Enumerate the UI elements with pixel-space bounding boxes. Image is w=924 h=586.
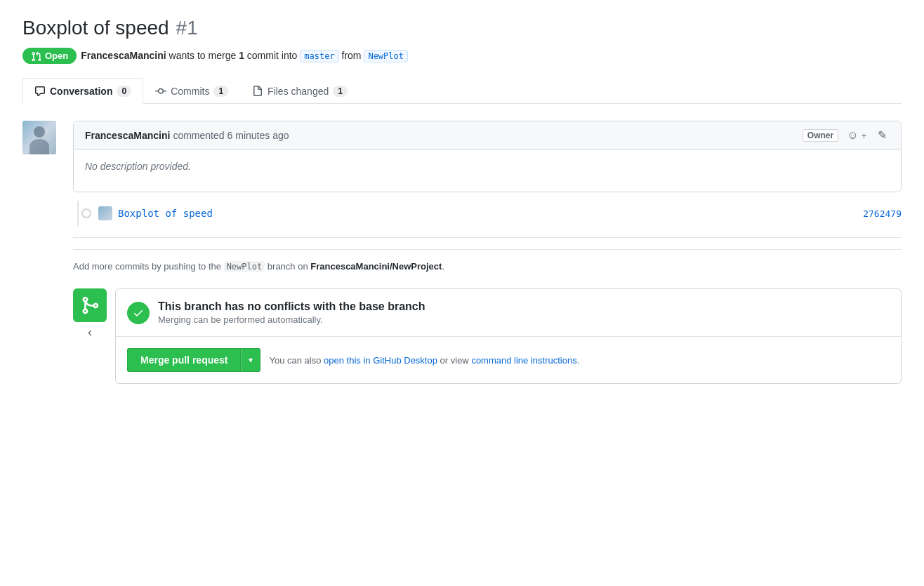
comment-header-left: FrancescaMancini commented 6 minutes ago <box>85 130 289 141</box>
commits-icon <box>155 86 166 97</box>
push-notice-repo[interactable]: FrancescaMancini/NewProject <box>310 261 442 272</box>
merge-status-title: This branch has no conflicts with the ba… <box>158 300 890 313</box>
commit-row: Boxplot of speed 2762479 <box>81 201 902 226</box>
plus-icon: + <box>862 131 866 141</box>
github-desktop-link[interactable]: open this in GitHub Desktop <box>324 355 437 366</box>
merge-status-text: This branch has no conflicts with the ba… <box>158 300 890 325</box>
merge-icon-box <box>73 288 107 322</box>
merge-icon <box>80 295 100 315</box>
push-notice-middle: branch on <box>268 261 310 272</box>
tabs-container: Conversation 0 Commits 1 Files changed 1 <box>22 78 902 104</box>
files-changed-icon <box>252 86 263 97</box>
commit-mini-avatar <box>98 206 112 220</box>
add-reaction-button[interactable]: ☺ + <box>844 128 869 143</box>
pr-open-icon <box>31 51 41 61</box>
from-text: from <box>342 50 364 61</box>
comment-box: FrancescaMancini commented 6 minutes ago… <box>73 121 902 192</box>
timeline-container: Boxplot of speed 2762479 <box>73 201 902 226</box>
avatar <box>22 121 56 154</box>
main-right: FrancescaMancini commented 6 minutes ago… <box>73 121 902 384</box>
merge-status-sub: Merging can be performed automatically. <box>158 314 890 325</box>
pr-title: Boxplot of speed <box>22 17 169 39</box>
comment-header: FrancescaMancini commented 6 minutes ago… <box>74 121 901 149</box>
merge-actions-row: Merge pull request ▾ You can also open t… <box>116 337 901 383</box>
push-notice-prefix: Add more commits by pushing to the <box>73 261 221 272</box>
merge-extra-suffix: . <box>577 355 580 366</box>
divider <box>73 237 902 238</box>
merge-section: ‹ This branch has no conflicts with the … <box>73 288 902 384</box>
merge-pull-request-button[interactable]: Merge pull request <box>127 348 241 372</box>
collapse-arrow[interactable]: ‹ <box>88 325 92 340</box>
open-badge-label: Open <box>45 51 68 61</box>
commit-sha[interactable]: 2762479 <box>863 208 902 219</box>
merge-btn-caret[interactable]: ▾ <box>241 348 260 372</box>
comment-action: commented <box>173 130 224 141</box>
tab-files-changed-label: Files changed <box>268 86 329 97</box>
tab-conversation-count: 0 <box>117 86 131 97</box>
pr-action2: commit into <box>247 50 300 61</box>
pr-commit-count: 1 <box>239 50 244 61</box>
tab-commits-label: Commits <box>171 86 209 97</box>
push-notice-suffix: . <box>442 261 444 272</box>
commit-dot <box>81 208 91 218</box>
commit-label[interactable]: Boxplot of speed <box>118 208 863 219</box>
tab-conversation-label: Conversation <box>50 86 112 97</box>
tab-files-changed[interactable]: Files changed 1 <box>240 78 359 104</box>
owner-badge: Owner <box>803 129 838 142</box>
pencil-icon: ✎ <box>878 129 887 141</box>
comment-body: No description provided. <box>74 149 901 192</box>
checkmark-icon <box>133 307 144 319</box>
merge-status-row: This branch has no conflicts with the ba… <box>116 289 901 337</box>
merge-content-box: This branch has no conflicts with the ba… <box>115 288 902 384</box>
conversation-icon <box>34 86 46 97</box>
pr-author-name[interactable]: FrancescaMancini <box>81 50 166 61</box>
caret-down-icon: ▾ <box>249 355 253 365</box>
tab-commits[interactable]: Commits 1 <box>143 78 240 104</box>
head-branch[interactable]: NewPlot <box>364 50 408 62</box>
main-content: FrancescaMancini commented 6 minutes ago… <box>22 121 902 384</box>
open-badge: Open <box>22 48 77 64</box>
comment-header-right: Owner ☺ + ✎ <box>803 127 890 143</box>
tab-commits-count: 1 <box>213 86 228 97</box>
timeline-line <box>77 201 79 226</box>
pr-author: FrancescaMancini wants to merge 1 commit… <box>81 50 408 62</box>
comment-author[interactable]: FrancescaMancini <box>85 130 170 141</box>
push-notice: Add more commits by pushing to the NewPl… <box>73 249 902 277</box>
merge-extra-text: You can also open this in GitHub Desktop… <box>269 355 579 366</box>
merge-btn-group: Merge pull request ▾ <box>127 348 260 372</box>
merge-extra-mid: or view <box>440 355 472 366</box>
avatar-image <box>22 121 56 154</box>
edit-comment-button[interactable]: ✎ <box>875 127 890 143</box>
merge-icon-column: ‹ <box>73 288 107 340</box>
push-notice-branch: NewPlot <box>224 261 265 272</box>
tab-files-changed-count: 1 <box>333 86 348 97</box>
emoji-icon: ☺ <box>847 129 858 141</box>
pr-status-bar: Open FrancescaMancini wants to merge 1 c… <box>22 48 902 64</box>
comment-text: No description provided. <box>85 161 191 172</box>
commit-row-inner: Boxplot of speed <box>98 206 863 220</box>
merge-check-icon <box>127 302 150 324</box>
avatar-column <box>22 121 65 154</box>
merge-extra-prefix: You can also <box>269 355 321 366</box>
pr-title-container: Boxplot of speed #1 <box>22 17 902 39</box>
base-branch[interactable]: master <box>300 50 338 62</box>
pr-action: wants to merge <box>169 50 239 61</box>
command-line-instructions-link[interactable]: command line instructions <box>471 355 576 366</box>
comment-time: 6 minutes ago <box>227 130 289 141</box>
pr-number: #1 <box>176 17 198 39</box>
tab-conversation[interactable]: Conversation 0 <box>22 78 143 104</box>
